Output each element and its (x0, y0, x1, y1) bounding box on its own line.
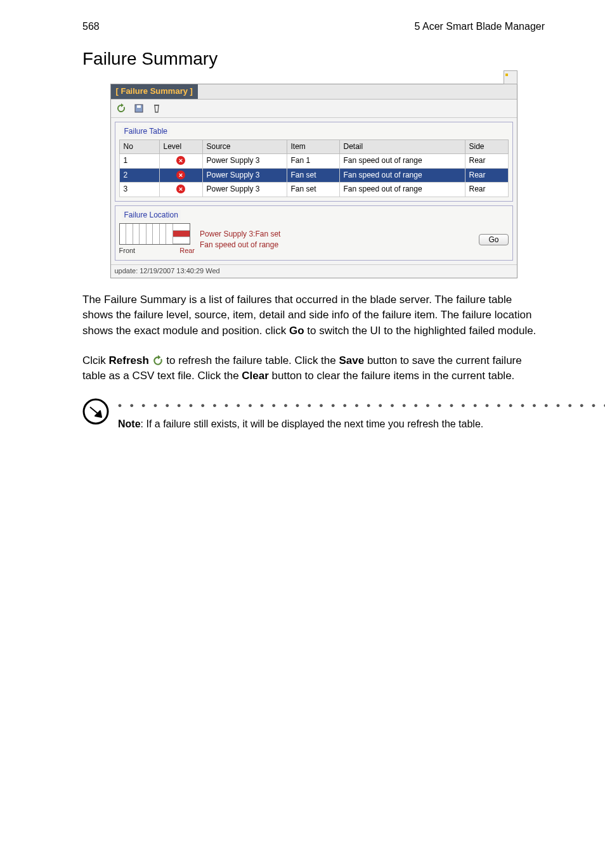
cell-side: Rear (465, 168, 508, 182)
go-keyword: Go (289, 325, 304, 337)
col-detail[interactable]: Detail (339, 140, 465, 154)
note-divider: • • • • • • • • • • • • • • • • • • • • … (118, 398, 605, 414)
cell-source: Power Supply 3 (202, 183, 287, 197)
note-body: : If a failure still exists, it will be … (141, 418, 484, 429)
page-number: 568 (82, 19, 100, 34)
col-side[interactable]: Side (465, 140, 508, 154)
location-line2: Fan speed out of range (200, 240, 280, 250)
cell-no: 2 (119, 168, 159, 182)
cell-item: Fan set (287, 183, 339, 197)
text: button to clear the failure items in the… (269, 370, 514, 382)
failure-summary-panel: [ Failure Summary ] Failure Table No Lev… (110, 84, 517, 278)
clear-keyword: Clear (242, 370, 269, 382)
error-icon: × (176, 185, 185, 193)
note-icon (82, 398, 109, 425)
update-timestamp: update: 12/19/2007 13:40:29 Wed (111, 264, 517, 278)
cell-item: Fan set (287, 168, 339, 182)
col-source[interactable]: Source (202, 140, 287, 154)
cell-level: × (159, 168, 202, 182)
cell-level: × (159, 183, 202, 197)
cell-detail: Fan speed out of range (339, 183, 465, 197)
module-icon (504, 70, 517, 84)
save-icon[interactable] (133, 102, 145, 115)
table-row[interactable]: 3 × Power Supply 3 Fan set Fan speed out… (119, 183, 508, 197)
front-label: Front (119, 246, 136, 256)
table-row[interactable]: 2 × Power Supply 3 Fan set Fan speed out… (119, 168, 508, 182)
go-button[interactable]: Go (479, 234, 508, 245)
col-level[interactable]: Level (159, 140, 202, 154)
clear-icon[interactable] (150, 102, 163, 115)
failure-table-legend: Failure Table (122, 126, 170, 137)
page-title: Failure Summary (82, 46, 545, 72)
failure-table-group: Failure Table No Level Source Item Detai… (115, 122, 513, 202)
text: to switch the UI to the highlighted fail… (304, 325, 537, 337)
cell-item: Fan 1 (287, 154, 339, 168)
cell-no: 3 (119, 183, 159, 197)
failure-location-group: Failure Location (115, 205, 513, 261)
failure-table: No Level Source Item Detail Side 1 × Pow… (119, 139, 509, 197)
save-keyword: Save (339, 354, 364, 366)
refresh-keyword: Refresh (109, 354, 149, 366)
error-icon: × (176, 171, 185, 179)
panel-title: [ Failure Summary ] (111, 84, 198, 99)
description-paragraph-1: The Failure Summary is a list of failure… (82, 292, 545, 339)
cell-detail: Fan speed out of range (339, 154, 465, 168)
failed-module-marker (173, 231, 190, 238)
text: Clcik (82, 354, 109, 366)
chapter-title: 5 Acer Smart Blade Manager (415, 19, 545, 34)
refresh-icon (152, 355, 164, 366)
note-label: Note (118, 418, 141, 429)
cell-side: Rear (465, 154, 508, 168)
note-block: • • • • • • • • • • • • • • • • • • • • … (82, 398, 545, 431)
cell-source: Power Supply 3 (202, 154, 287, 168)
table-row[interactable]: 1 × Power Supply 3 Fan 1 Fan speed out o… (119, 154, 508, 168)
cell-source: Power Supply 3 (202, 168, 287, 182)
rear-label: Rear (179, 246, 195, 256)
text: to refresh the failure table. Click the (166, 354, 339, 366)
svg-rect-1 (137, 105, 141, 108)
cell-level: × (159, 154, 202, 168)
chassis-diagram (119, 223, 190, 245)
cell-no: 1 (119, 154, 159, 168)
description-paragraph-2: Clcik Refresh to refresh the failure tab… (82, 353, 545, 384)
error-icon: × (176, 156, 185, 165)
col-no[interactable]: No (119, 140, 159, 154)
note-text: Note: If a failure still exists, it will… (118, 417, 605, 431)
refresh-icon[interactable] (115, 102, 127, 115)
cell-side: Rear (465, 183, 508, 197)
location-line1: Power Supply 3:Fan set (200, 229, 280, 240)
cell-detail: Fan speed out of range (339, 168, 465, 182)
failure-location-legend: Failure Location (122, 210, 181, 221)
col-item[interactable]: Item (287, 140, 339, 154)
